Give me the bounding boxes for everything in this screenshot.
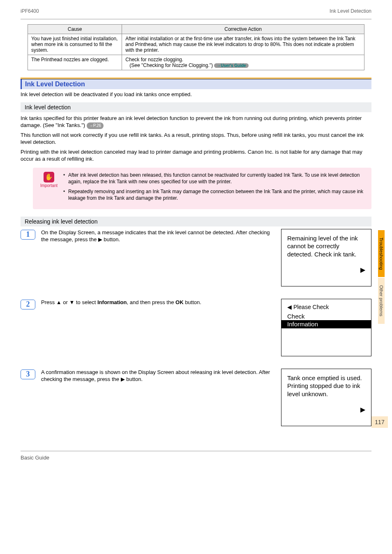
paragraph: Ink tanks specified for this printer fea… (21, 115, 371, 129)
see-label: (See "Checking for Nozzle Clogging.") (129, 62, 213, 68)
step-number: 2 (21, 300, 35, 309)
section-intro: Ink level detection will be deactivated … (21, 91, 371, 98)
important-note: ✋ Important After ink level detection ha… (33, 168, 371, 209)
important-item: After ink level detection has been relea… (63, 172, 366, 185)
side-tab-troubleshooting[interactable]: Troubleshooting (378, 230, 385, 277)
important-icon: ✋ (44, 172, 54, 182)
col-cause: Cause (28, 25, 122, 34)
section-title-bar: Ink Level Detection (21, 79, 371, 89)
display-screen: Tank once emptied is used. Printing stop… (281, 369, 371, 426)
step-text: Press ▲ or ▼ to select Information, and … (41, 299, 275, 306)
model-name: iPF6400 (21, 8, 39, 14)
step-2: 2 Press ▲ or ▼ to select Information, an… (21, 299, 371, 356)
right-arrow-icon: ▶ (360, 406, 365, 414)
step-number: 3 (21, 369, 35, 379)
table-row: The Printhead nozzles are clogged. Check… (28, 55, 364, 70)
paragraph: This function will not work correctly if… (21, 132, 371, 146)
section-title: Ink Level Detection (25, 81, 85, 88)
action-text: Check for nozzle clogging. (125, 57, 183, 62)
sub-heading: Releasing ink level detection (21, 217, 371, 226)
display-screen: Remaining level of the ink cannot be cor… (281, 229, 371, 286)
right-arrow-icon: ▶ (360, 266, 365, 275)
page-topic: Ink Level Detection (330, 8, 371, 14)
page-number: 117 (371, 416, 388, 428)
screen-message: Remaining level of the ink cannot be cor… (287, 235, 358, 258)
header-rule (21, 19, 371, 19)
step-number: 1 (21, 230, 35, 240)
step-3: 3 A confirmation message is shown on the… (21, 369, 371, 426)
paragraph: Printing with the ink level detection ca… (21, 148, 371, 163)
important-label: Important (39, 183, 59, 188)
important-item: Repeatedly removing and inserting an Ink… (63, 188, 366, 201)
step-text: A confirmation message is shown on the D… (41, 369, 275, 383)
menu-item-check: Check (281, 312, 371, 321)
table-row: You have just finished initial installat… (28, 34, 364, 55)
col-action: Corrective Action (122, 25, 364, 34)
cause-cell: You have just finished initial installat… (28, 34, 122, 55)
screen-breadcrumb: ◀ Please Check (281, 303, 371, 312)
cause-cell: The Printhead nozzles are clogged. (28, 55, 122, 70)
page-ref-link[interactable]: →P.26 (87, 122, 104, 129)
side-tab-other-problems[interactable]: Other problems (378, 278, 385, 324)
menu-item-information: Information (281, 320, 371, 328)
step-text: On the Display Screen, a message indicat… (41, 229, 275, 243)
action-cell: After initial installation or at the fir… (122, 34, 364, 55)
footer-label: Basic Guide (21, 451, 371, 461)
step-1: 1 On the Display Screen, a message indic… (21, 229, 371, 286)
action-cell: Check for nozzle clogging. (See "Checkin… (122, 55, 364, 70)
screen-message: Tank once emptied is used. Printing stop… (287, 374, 362, 397)
cause-action-table: Cause Corrective Action You have just fi… (28, 24, 364, 70)
display-screen: ◀ Please Check Check Information (281, 299, 371, 356)
users-guide-link[interactable]: →User's Guide (214, 63, 248, 68)
sub-heading: Ink level detection (21, 102, 371, 112)
